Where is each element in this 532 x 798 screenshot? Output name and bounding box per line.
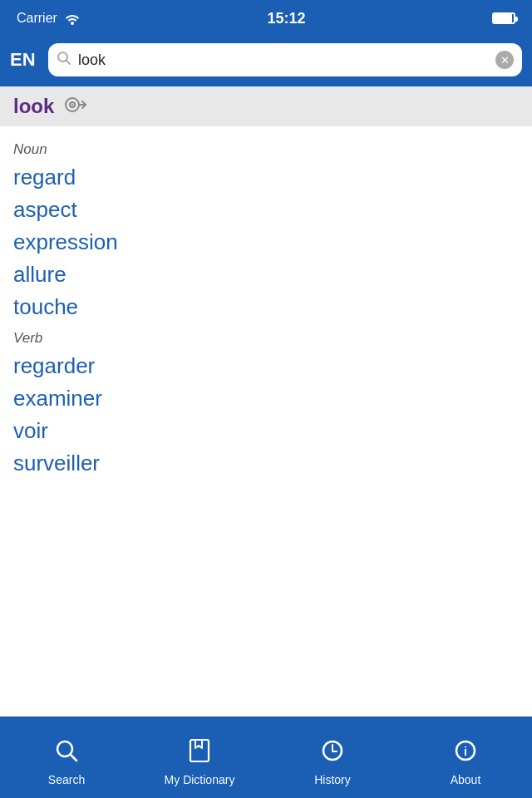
pos-label: Noun <box>13 141 519 158</box>
pos-label: Verb <box>13 330 519 347</box>
tab-search[interactable]: Search <box>0 717 133 798</box>
status-bar: Carrier 15:12 <box>0 0 532 37</box>
translation-item[interactable]: regard <box>13 161 519 194</box>
my-dictionary-icon <box>185 736 214 768</box>
status-bar-right <box>492 12 515 24</box>
dictionary-content: NounregardaspectexpressionalluretoucheVe… <box>0 126 532 488</box>
tab-bar: Search My Dictionary History i About <box>0 717 532 798</box>
search-icon <box>57 51 71 69</box>
carrier-label: Carrier <box>17 11 57 26</box>
audio-icon[interactable] <box>64 96 87 118</box>
tab-label-about: About <box>451 773 481 786</box>
translation-item[interactable]: voir <box>13 415 519 447</box>
history-icon <box>318 736 347 768</box>
language-label: EN <box>10 49 40 71</box>
time-display: 15:12 <box>267 10 305 27</box>
translation-item[interactable]: examiner <box>13 382 519 415</box>
tab-label-my-dictionary: My Dictionary <box>165 773 235 786</box>
translation-item[interactable]: regarder <box>13 350 519 382</box>
svg-text:i: i <box>464 745 467 758</box>
wifi-icon <box>64 12 81 25</box>
tab-label-search: Search <box>48 773 85 786</box>
clear-button[interactable]: ✕ <box>495 51 514 69</box>
tab-history[interactable]: History <box>266 717 399 798</box>
svg-line-9 <box>71 754 77 761</box>
about-icon: i <box>451 736 480 768</box>
tab-label-history: History <box>314 773 351 786</box>
search-input[interactable]: look <box>78 52 489 69</box>
word-header: look <box>0 86 532 126</box>
translation-item[interactable]: aspect <box>13 194 519 226</box>
battery-icon <box>492 12 515 24</box>
translation-item[interactable]: allure <box>13 259 519 291</box>
tab-about[interactable]: i About <box>399 717 532 798</box>
tab-my-dictionary[interactable]: My Dictionary <box>133 717 266 798</box>
search-box[interactable]: look ✕ <box>48 43 522 76</box>
status-bar-left: Carrier <box>17 11 81 26</box>
search-icon <box>52 736 81 768</box>
svg-line-1 <box>66 61 71 65</box>
word-title: look <box>13 95 54 118</box>
translation-item[interactable]: surveiller <box>13 447 519 480</box>
svg-point-4 <box>71 104 73 106</box>
translation-item[interactable]: expression <box>13 226 519 259</box>
search-area: EN look ✕ <box>0 37 532 86</box>
translation-item[interactable]: touche <box>13 291 519 323</box>
svg-rect-10 <box>190 740 209 761</box>
